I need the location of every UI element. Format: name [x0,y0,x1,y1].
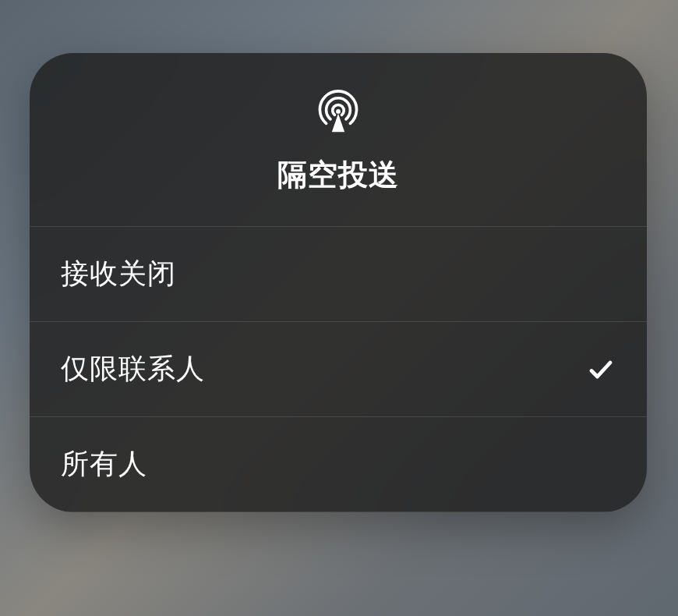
option-label: 所有人 [61,445,147,483]
option-label: 接收关闭 [61,255,176,293]
option-receiving-off[interactable]: 接收关闭 [30,227,647,322]
airdrop-icon [316,88,361,133]
option-everyone[interactable]: 所有人 [30,417,647,512]
checkmark-icon [586,355,616,384]
svg-point-0 [336,109,341,114]
popup-header: 隔空投送 [30,53,647,227]
popup-title: 隔空投送 [277,155,399,195]
option-contacts-only[interactable]: 仅限联系人 [30,322,647,417]
option-label: 仅限联系人 [61,350,205,388]
airdrop-popup: 隔空投送 接收关闭 仅限联系人 所有人 [30,53,647,512]
option-list: 接收关闭 仅限联系人 所有人 [30,227,647,512]
